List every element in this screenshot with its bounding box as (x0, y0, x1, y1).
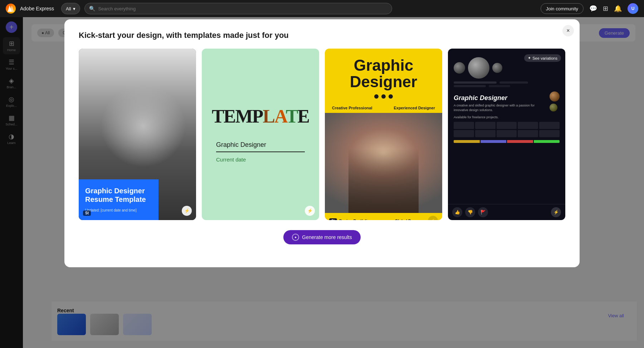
template-card-2[interactable]: TEMPLATE Graphic Designer Current date ⚡ (202, 49, 319, 220)
card4-decorative-circle-b (550, 104, 557, 111)
card3-background: Graphic Designer Creative Professional E… (325, 49, 442, 220)
template-modal: × Kick-start your design, with templates… (64, 19, 580, 267)
card4-decorative-circle-a (550, 91, 560, 101)
card4-circle-3 (492, 63, 502, 73)
search-icon: 🔍 (89, 6, 95, 11)
card2-date: Current date (216, 156, 246, 163)
card3-badge-icon: ⚡ (428, 216, 438, 220)
modal-title: Kick-start your design, with templates m… (79, 31, 565, 40)
template-card-1[interactable]: Graphic Designer Resume Template Updated… (79, 49, 196, 220)
card4-flag-button[interactable]: 🚩 (478, 207, 488, 217)
card2-name: Graphic Designer (216, 141, 266, 149)
app-name: Adobe Express (20, 6, 54, 11)
modal-close-button[interactable]: × (562, 25, 574, 36)
card3-header: Graphic Designer (325, 49, 442, 106)
svg-rect-5 (325, 113, 442, 213)
see-variations-button[interactable]: ✦ See variations (524, 54, 561, 62)
join-community-button[interactable]: Join community (541, 3, 584, 14)
card4-content: ✦ See variations (448, 49, 565, 204)
card4-desc: A creative and skilled graphic designer … (454, 103, 547, 112)
card3-footer: St Design Portfolio Global Presence ⚡ (325, 213, 442, 220)
card1-subtitle: Updated: [current date and time] (85, 208, 152, 213)
card3-photo (325, 113, 442, 213)
search-bar[interactable]: 🔍 (84, 3, 392, 14)
card2-divider (216, 151, 305, 152)
svg-point-8 (347, 156, 420, 200)
card4-actions: 👍 👎 🚩 (452, 207, 488, 217)
card2-badge-icon: ⚡ (305, 206, 315, 216)
filter-dropdown[interactable]: All ▾ (61, 3, 80, 14)
top-navigation: Adobe Express All ▾ 🔍 Join community 💬 ⊞… (0, 0, 644, 17)
svg-point-3 (109, 87, 166, 157)
card4-circle-1 (454, 62, 465, 74)
variations-icon: ✦ (528, 56, 531, 60)
nav-actions: Join community 💬 ⊞ 🔔 U (541, 3, 638, 14)
template-grid: Graphic Designer Resume Template Updated… (79, 49, 565, 220)
card4-data-grid (454, 122, 560, 137)
card3-labels: Creative Professional Experienced Design… (325, 106, 442, 113)
card4-designer-name: Graphic Designer (454, 94, 547, 102)
svg-rect-6 (332, 123, 435, 189)
card3-label-right: Experienced Designer (394, 106, 435, 110)
card4-background: ✦ See variations (448, 49, 565, 220)
template-card-3[interactable]: Graphic Designer Creative Professional E… (325, 49, 442, 220)
generate-more-container: ✦ Generate more results (79, 230, 565, 244)
card3-dots (332, 94, 435, 99)
card3-badge-st: St (329, 218, 337, 220)
card3-label-left: Creative Professional (332, 106, 372, 110)
bell-icon[interactable]: 🔔 (614, 5, 622, 13)
card1-title: Graphic Designer Resume Template (85, 187, 152, 204)
card4-sub-desc: Available for freelance projects. (454, 115, 547, 120)
card3-title: Graphic Designer (332, 57, 435, 90)
card4-like-button[interactable]: 👍 (452, 207, 462, 217)
card1-badge-icon: ⚡ (182, 206, 192, 216)
card4-bottom-row: 👍 👎 🚩 ⚡ (448, 204, 565, 220)
svg-rect-7 (336, 126, 431, 185)
see-variations-label: See variations (532, 56, 557, 60)
card1-background: Graphic Designer Resume Template Updated… (79, 49, 196, 220)
filter-label: All (66, 6, 71, 11)
card4-circle-2 (468, 57, 489, 79)
search-input[interactable] (98, 6, 387, 11)
generate-icon: ✦ (292, 234, 299, 241)
chevron-down-icon: ▾ (73, 6, 75, 11)
card1-badge-st: St (83, 210, 91, 216)
apps-icon[interactable]: ⊞ (603, 5, 608, 13)
generate-more-button[interactable]: ✦ Generate more results (283, 230, 360, 244)
card4-text-area: Graphic Designer A creative and skilled … (454, 94, 547, 120)
card4-badge-icon: ⚡ (551, 207, 561, 217)
card2-big-text: TEMPLATE (212, 106, 309, 126)
card4-dislike-button[interactable]: 👎 (465, 207, 475, 217)
avatar[interactable]: U (628, 3, 638, 14)
template-card-4[interactable]: ✦ See variations (448, 49, 565, 220)
svg-point-4 (122, 85, 153, 124)
generate-more-label: Generate more results (302, 234, 352, 240)
adobe-logo (6, 4, 16, 14)
card3-footer-left: Design Portfolio (339, 219, 370, 220)
card2-background: TEMPLATE Graphic Designer Current date ⚡ (202, 49, 319, 220)
chat-icon[interactable]: 💬 (589, 5, 597, 13)
svg-line-9 (391, 156, 406, 174)
card3-footer-right: Global Presence (395, 219, 426, 220)
